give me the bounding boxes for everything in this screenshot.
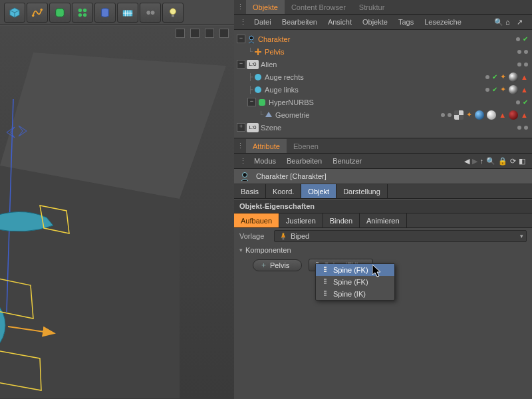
tree-label[interactable]: HyperNURBS (269, 98, 314, 106)
tree-label[interactable]: Pelvis (265, 48, 284, 56)
tool-spline[interactable] (27, 3, 48, 23)
material-tag[interactable] (509, 110, 518, 120)
vorlage-row: Vorlage 🧍 Biped (234, 228, 532, 244)
attr-menu-bar: ⋮ Modus Bearbeiten Benutzer ◀ ▶ ↑ 🔍 🔒 ⟳ … (234, 154, 532, 169)
popup-item-spine-fk[interactable]: Spine (FK) (316, 264, 394, 276)
tab-darstellung[interactable]: Darstellung (336, 184, 388, 198)
svg-point-31 (255, 86, 261, 93)
tree-row-geometrie[interactable]: └ Geometrie ✦ ▲ ▲ (234, 108, 532, 121)
menu-benutzer[interactable]: Benutzer (327, 157, 367, 165)
tool-nurbs[interactable] (49, 3, 70, 23)
popup-item-spine-fk-2[interactable]: Spine (FK) (316, 276, 394, 288)
tab-koord[interactable]: Koord. (266, 184, 301, 198)
tag-icon[interactable]: ▲ (521, 73, 528, 81)
tree-row-alien[interactable]: − L:0 Alien (234, 58, 532, 70)
tool-cube[interactable] (4, 3, 25, 23)
material-tag[interactable] (509, 72, 518, 82)
pelvis-button[interactable]: ＋ Pelvis (253, 259, 302, 271)
menu-modus[interactable]: Modus (249, 157, 281, 165)
tag-icon[interactable]: ✦ (466, 110, 472, 119)
svg-rect-40 (324, 269, 327, 270)
tab-objects[interactable]: Objekte (246, 0, 285, 14)
tree-row-hypernurbs[interactable]: − HyperNURBS ✔ (234, 96, 532, 108)
tag-icon[interactable]: ✦ (500, 85, 506, 94)
tag-icon[interactable]: ✦ (500, 72, 506, 81)
tab-aufbauen[interactable]: Aufbauen (234, 213, 279, 227)
menu-bearbeiten[interactable]: Bearbeiten (281, 157, 327, 165)
tree-label[interactable]: Alien (261, 61, 277, 68)
home-icon[interactable]: ⌂ (505, 18, 514, 27)
tab-structure[interactable]: Struktur (352, 0, 392, 14)
popup-label: Spine (IK) (333, 290, 366, 298)
menu-handle-icon[interactable]: ⋮ (237, 18, 249, 27)
tool-camera[interactable] (140, 3, 161, 23)
arrow-icon[interactable]: ↗ (517, 18, 525, 27)
viewport-3d[interactable] (0, 25, 234, 399)
popup-item-spine-ik[interactable]: Spine (IK) (316, 288, 394, 300)
tab-justieren[interactable]: Justieren (279, 213, 323, 227)
sphere-icon (253, 85, 263, 94)
tree-row-szene[interactable]: + L:0 Szene (234, 121, 532, 134)
menu-objects[interactable]: Objekte (357, 18, 393, 26)
expand-icon[interactable]: + (237, 123, 245, 132)
layer-badge: L:0 (247, 60, 259, 69)
attribute-header: Charakter [Charakter] (234, 169, 532, 184)
menu-handle-icon[interactable]: ⋮ (237, 157, 249, 166)
material-tag[interactable] (509, 85, 518, 94)
tab-attribute[interactable]: Attribute (246, 139, 287, 153)
menu-view[interactable]: Ansicht (323, 18, 357, 26)
viewport-nav-icons[interactable] (176, 29, 229, 38)
tool-light[interactable] (162, 3, 184, 23)
material-tag[interactable] (487, 110, 496, 120)
svg-rect-42 (324, 279, 327, 280)
search-icon[interactable]: 🔍 (486, 157, 495, 166)
tree-row-charakter[interactable]: − Charakter ✔ (234, 33, 532, 45)
collapse-icon[interactable]: − (237, 35, 245, 43)
tab-content-browser[interactable]: Content Browser (285, 0, 352, 14)
tree-row-pelvis[interactable]: └ Pelvis (234, 45, 532, 58)
tag-icon[interactable]: ▲ (521, 86, 528, 94)
tree-row-auge-links[interactable]: ├ Auge links ✔ ✦ ▲ (234, 83, 532, 96)
nav-fwd-icon[interactable]: ▶ (472, 157, 477, 166)
nav-back-icon[interactable]: ◀ (464, 157, 469, 166)
tool-deformer[interactable] (94, 3, 116, 23)
collapse-icon[interactable]: − (247, 98, 256, 106)
search-icon[interactable]: 🔍 (494, 18, 503, 27)
collapse-icon[interactable]: − (237, 60, 245, 68)
new-icon[interactable]: ◧ (519, 157, 525, 166)
tool-array[interactable] (72, 3, 93, 23)
tool-environment[interactable] (117, 3, 138, 23)
svg-point-30 (255, 74, 261, 80)
tag-icon[interactable]: ▲ (521, 111, 528, 119)
tree-label[interactable]: Szene (261, 124, 281, 132)
tree-label[interactable]: Charakter (258, 35, 290, 43)
vorlage-dropdown[interactable]: 🧍 Biped (274, 230, 527, 242)
tree-label[interactable]: Auge links (265, 86, 299, 94)
komponenten-heading[interactable]: Komponenten (234, 244, 532, 256)
texture-tag[interactable] (454, 110, 464, 120)
tree-label[interactable]: Auge rechts (265, 73, 304, 81)
character-icon (247, 35, 256, 44)
material-tag[interactable] (475, 110, 484, 120)
tabs-handle-icon[interactable]: ⋮ (234, 0, 246, 14)
tab-ebenen[interactable]: Ebenen (287, 139, 325, 153)
tree-label[interactable]: Geometrie (275, 111, 309, 119)
svg-rect-45 (324, 291, 327, 292)
section-heading: Objekt-Eigenschaften (234, 199, 532, 213)
menu-bookmarks[interactable]: Lesezeiche (419, 18, 467, 26)
tag-icon[interactable]: ▲ (499, 111, 506, 119)
up-icon[interactable]: ↑ (480, 157, 484, 165)
tab-objekt[interactable]: Objekt (301, 184, 336, 198)
tabs-handle-icon[interactable]: ⋮ (234, 139, 246, 153)
svg-rect-17 (172, 14, 174, 17)
lock-icon[interactable]: 🔒 (498, 157, 507, 166)
character-icon (239, 172, 249, 181)
menu-file[interactable]: Datei (249, 18, 277, 26)
tab-binden[interactable]: Binden (323, 213, 360, 227)
tab-animieren[interactable]: Animieren (360, 213, 407, 227)
reset-icon[interactable]: ⟳ (510, 157, 516, 166)
tree-row-auge-rechts[interactable]: ├ Auge rechts ✔ ✦ ▲ (234, 70, 532, 83)
menu-tags[interactable]: Tags (393, 18, 419, 26)
tab-basis[interactable]: Basis (234, 184, 266, 198)
menu-edit[interactable]: Bearbeiten (277, 18, 323, 26)
